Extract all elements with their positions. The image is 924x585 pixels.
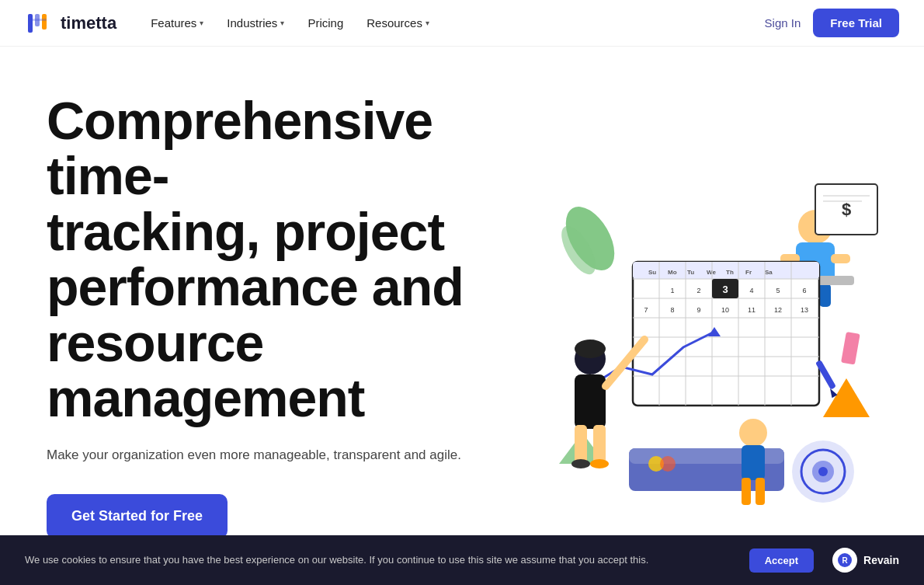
cookie-right: Accept R Revain xyxy=(749,548,899,573)
svg-rect-68 xyxy=(575,425,587,464)
svg-rect-76 xyxy=(756,478,765,505)
svg-text:Mo: Mo xyxy=(668,269,677,276)
sign-in-link[interactable]: Sign In xyxy=(765,16,801,30)
svg-point-71 xyxy=(590,459,609,468)
hero-svg: $ Su Mo Tu We Th Fr Sa xyxy=(512,138,885,526)
svg-text:$: $ xyxy=(842,200,851,219)
svg-text:Sa: Sa xyxy=(765,269,773,276)
svg-point-57 xyxy=(660,456,676,472)
svg-point-61 xyxy=(818,467,828,476)
svg-text:8: 8 xyxy=(670,306,674,314)
revain-icon: R xyxy=(832,548,857,573)
svg-rect-4 xyxy=(28,19,47,21)
revain-logo-icon: R xyxy=(837,552,853,568)
svg-text:1: 1 xyxy=(670,287,674,294)
svg-text:12: 12 xyxy=(774,306,782,314)
hero-section: Comprehensive time- tracking, project pe… xyxy=(0,47,924,585)
industries-chevron-icon: ▾ xyxy=(280,19,284,27)
svg-text:2: 2 xyxy=(696,287,700,294)
illustration-container: $ Su Mo Tu We Th Fr Sa xyxy=(512,138,885,526)
logo-text: timetta xyxy=(61,13,116,33)
svg-text:9: 9 xyxy=(696,306,700,314)
svg-rect-74 xyxy=(742,445,765,480)
svg-text:13: 13 xyxy=(801,306,808,314)
svg-text:Fr: Fr xyxy=(745,269,752,276)
hero-subtitle: Make your organization even more managea… xyxy=(47,444,497,465)
svg-text:Tu: Tu xyxy=(687,269,694,276)
svg-text:R: R xyxy=(842,556,848,565)
svg-text:5: 5 xyxy=(776,287,780,294)
svg-text:Th: Th xyxy=(726,269,734,276)
svg-text:6: 6 xyxy=(802,287,806,294)
accept-button[interactable]: Accept xyxy=(749,548,814,573)
cta-button[interactable]: Get Started for Free xyxy=(47,494,228,538)
resources-menu[interactable]: Resources ▾ xyxy=(357,10,439,36)
pricing-link[interactable]: Pricing xyxy=(298,10,353,36)
svg-text:11: 11 xyxy=(748,306,756,314)
svg-rect-12 xyxy=(819,284,831,307)
svg-rect-69 xyxy=(593,425,606,464)
svg-point-73 xyxy=(739,419,767,447)
cookie-banner: We use cookies to ensure that you have t… xyxy=(0,535,924,585)
svg-text:Su: Su xyxy=(648,269,656,276)
svg-rect-10 xyxy=(831,254,850,263)
resources-chevron-icon: ▾ xyxy=(426,19,429,27)
nav-links: Features ▾ Industries ▾ Pricing Resource… xyxy=(141,10,439,36)
logo[interactable]: timetta xyxy=(25,9,116,37)
revain-badge: R Revain xyxy=(832,548,899,573)
hero-content: Comprehensive time- tracking, project pe… xyxy=(47,93,497,570)
svg-rect-67 xyxy=(575,374,606,429)
features-menu[interactable]: Features ▾ xyxy=(141,10,213,36)
svg-point-70 xyxy=(571,459,590,468)
svg-text:3: 3 xyxy=(722,284,728,295)
free-trial-button[interactable]: Free Trial xyxy=(813,9,899,37)
logo-icon xyxy=(25,9,53,37)
svg-text:We: We xyxy=(707,269,716,276)
svg-rect-3 xyxy=(42,14,47,30)
features-chevron-icon: ▾ xyxy=(200,19,203,27)
svg-rect-1 xyxy=(28,14,33,33)
nav-left: timetta Features ▾ Industries ▾ Pricing … xyxy=(25,9,439,37)
svg-text:10: 10 xyxy=(721,306,729,314)
svg-text:7: 7 xyxy=(644,306,648,314)
revain-label: Revain xyxy=(863,554,899,566)
nav-right: Sign In Free Trial xyxy=(765,9,899,37)
svg-point-66 xyxy=(575,340,606,358)
cookie-text: We use cookies to ensure that you have t… xyxy=(25,552,731,568)
navbar: timetta Features ▾ Industries ▾ Pricing … xyxy=(0,0,924,47)
svg-text:4: 4 xyxy=(749,287,753,294)
hero-title: Comprehensive time- tracking, project pe… xyxy=(47,93,497,426)
svg-rect-75 xyxy=(742,478,751,505)
industries-menu[interactable]: Industries ▾ xyxy=(217,10,294,36)
hero-illustration: $ Su Mo Tu We Th Fr Sa xyxy=(512,138,885,526)
svg-rect-63 xyxy=(841,332,860,365)
